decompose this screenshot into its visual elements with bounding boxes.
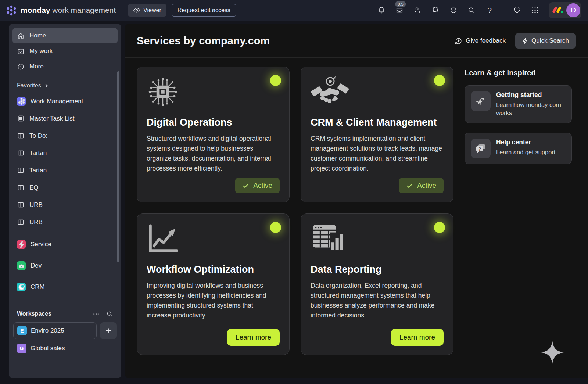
service-card-workflow-optimization[interactable]: Workflow Optimization Improving digital … bbox=[137, 213, 290, 355]
sidebar-item-work-management[interactable]: Work Management bbox=[12, 93, 118, 110]
sidebar: Home My work More Favorites Work Managem… bbox=[9, 24, 121, 378]
sidebar-item-label: My work bbox=[29, 47, 53, 55]
active-status-badge: Active bbox=[235, 178, 280, 193]
product-switcher-grid-icon[interactable] bbox=[531, 6, 539, 15]
brand: monday work management bbox=[6, 5, 116, 16]
help-glyph: ? bbox=[487, 6, 492, 15]
active-status-label: Active bbox=[253, 182, 272, 190]
lightning-bolt-icon bbox=[522, 38, 528, 44]
inbox-icon[interactable]: 0.5 bbox=[395, 6, 404, 15]
chevron-right-icon bbox=[44, 83, 49, 88]
board-icon bbox=[17, 149, 25, 157]
workspaces-title: Workspaces bbox=[17, 311, 51, 317]
help-center-card[interactable]: ? Help center Learn and get support bbox=[465, 133, 572, 164]
sidebar-item-urb-1[interactable]: URB bbox=[12, 196, 118, 213]
board-icon bbox=[17, 132, 25, 140]
sidebar-item-my-work[interactable]: My work bbox=[12, 43, 118, 59]
request-edit-access-button[interactable]: Request edit access bbox=[172, 4, 236, 17]
workspace-selected-row: E Enviro 2025 bbox=[13, 322, 117, 339]
status-dot bbox=[434, 75, 445, 86]
account-chip[interactable]: D bbox=[549, 2, 581, 18]
give-feedback-label: Give feedback bbox=[466, 37, 506, 44]
service-card-digital-operations[interactable]: Digital Operations Structured workflows … bbox=[137, 67, 290, 202]
learn-card-subtitle: Learn how monday corn works bbox=[496, 101, 566, 117]
quick-search-label: Quick Search bbox=[531, 37, 569, 44]
workspace-name: Enviro 2025 bbox=[31, 327, 64, 334]
monday-logo-icon bbox=[6, 5, 17, 16]
status-dot bbox=[434, 222, 445, 233]
topbar: monday work management Viewer Request ed… bbox=[0, 0, 588, 21]
sidebar-item-tartan-2[interactable]: Tartan bbox=[12, 162, 118, 179]
quick-search-button[interactable]: Quick Search bbox=[515, 33, 576, 49]
active-status-label: Active bbox=[417, 182, 436, 190]
learn-card-subtitle: Learn and get support bbox=[496, 148, 555, 156]
card-title: Workflow Optimization bbox=[147, 264, 280, 275]
sidebar-scrollbar[interactable] bbox=[117, 71, 119, 262]
card-title: Digital Operations bbox=[147, 117, 280, 128]
notifications-bell-icon[interactable] bbox=[377, 6, 386, 15]
sidebar-item-service[interactable]: Service bbox=[12, 234, 118, 255]
trend-chart-icon bbox=[147, 223, 181, 255]
sidebar-item-label: CRM bbox=[31, 283, 45, 291]
invite-user-icon[interactable] bbox=[413, 6, 422, 15]
brand-product: work management bbox=[52, 6, 116, 14]
service-card-crm-client-management[interactable]: CRM & Client Management CRM systems impl… bbox=[301, 67, 453, 202]
monday-color-logo-icon bbox=[552, 6, 563, 15]
service-card-data-reporting[interactable]: Data Reporting Data organization, Excel … bbox=[301, 213, 453, 355]
sidebar-item-crm[interactable]: CRM bbox=[12, 276, 118, 298]
sidebar-item-to-do[interactable]: To Do: bbox=[12, 127, 118, 144]
sidebar-item-home[interactable]: Home bbox=[12, 28, 118, 43]
favorites-header[interactable]: Favorites bbox=[12, 82, 118, 89]
active-status-badge: Active bbox=[399, 178, 444, 193]
give-feedback-button[interactable]: Give feedback bbox=[455, 37, 506, 45]
topbar-actions: 0.5 ? bbox=[377, 2, 581, 18]
sidebar-item-urb-2[interactable]: URB bbox=[12, 213, 118, 231]
sidebar-item-label: More bbox=[29, 63, 44, 70]
viewer-badge[interactable]: Viewer bbox=[128, 4, 166, 17]
more-face-icon bbox=[17, 63, 25, 71]
spreadsheet-report-icon bbox=[311, 223, 345, 255]
handshake-target-icon bbox=[311, 76, 349, 108]
brand-name: monday bbox=[21, 6, 50, 14]
workspace-initial-badge: E bbox=[17, 326, 27, 335]
sidebar-item-label: Master Task List bbox=[29, 115, 75, 122]
sidebar-item-eq[interactable]: EQ bbox=[12, 179, 118, 196]
assistant-robot-icon[interactable] bbox=[449, 6, 458, 15]
crm-app-icon bbox=[17, 283, 26, 291]
sidebar-item-tartan-1[interactable]: Tartan bbox=[12, 144, 118, 162]
workspaces-search-icon[interactable] bbox=[106, 311, 113, 317]
apps-marketplace-puzzle-icon[interactable] bbox=[431, 6, 440, 15]
main-header: Services by company.com Give feedback Qu… bbox=[125, 24, 588, 58]
learn-heading: Learn & get inspired bbox=[465, 69, 572, 77]
sidebar-item-dev[interactable]: Dev bbox=[12, 255, 118, 276]
workspaces-menu-dots-icon[interactable] bbox=[93, 311, 100, 317]
getting-started-card[interactable]: Getting started Learn how monday corn wo… bbox=[465, 85, 572, 123]
help-icon[interactable]: ? bbox=[485, 6, 494, 15]
help-chat-icon: ? bbox=[471, 139, 491, 158]
main-content: Services by company.com Give feedback Qu… bbox=[125, 24, 588, 378]
add-workspace-button[interactable] bbox=[100, 322, 117, 339]
learn-more-button[interactable]: Learn more bbox=[227, 329, 280, 346]
favorites-heart-icon[interactable] bbox=[513, 6, 521, 15]
dev-app-icon bbox=[17, 261, 26, 270]
avatar[interactable]: D bbox=[566, 3, 580, 17]
search-icon[interactable] bbox=[467, 6, 476, 15]
sidebar-item-label: Tartan bbox=[29, 150, 47, 157]
sidebar-item-label: Service bbox=[31, 241, 51, 248]
learn-more-button[interactable]: Learn more bbox=[391, 329, 444, 346]
svg-text:?: ? bbox=[478, 146, 481, 151]
workspace-item-enviro-2025[interactable]: E Enviro 2025 bbox=[13, 322, 97, 339]
work-management-app-icon bbox=[17, 97, 26, 106]
board-icon bbox=[17, 184, 25, 191]
sidebar-item-master-task-list[interactable]: Master Task List bbox=[12, 110, 118, 127]
eye-icon bbox=[133, 7, 140, 14]
divider bbox=[122, 6, 122, 14]
card-description: Improving digital workflows and business… bbox=[147, 281, 280, 321]
sidebar-item-label: Tartan bbox=[29, 167, 47, 174]
sidebar-item-more[interactable]: More bbox=[12, 59, 118, 74]
board-icon bbox=[17, 218, 25, 226]
rocket-icon bbox=[471, 91, 491, 111]
favorites-label: Favorites bbox=[17, 82, 41, 89]
workspace-item-global-sales[interactable]: G Global sales bbox=[12, 340, 118, 357]
sidebar-item-label: EQ bbox=[29, 184, 39, 191]
